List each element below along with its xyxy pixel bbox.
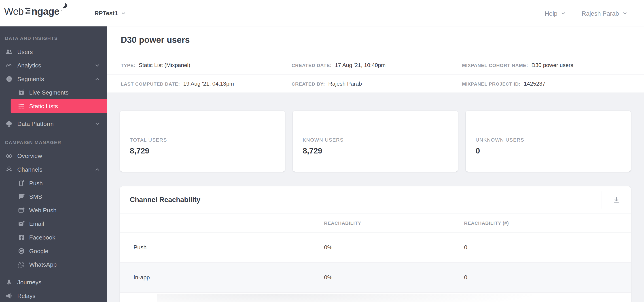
- sidebar-item-label: Analytics: [17, 62, 41, 68]
- sidebar-subgroup: Live SegmentsStatic Lists: [0, 86, 107, 113]
- overview-icon: [5, 152, 13, 160]
- sidebar-item-label: Static Lists: [29, 103, 58, 109]
- sidebar-item-static-lists[interactable]: Static Lists: [11, 99, 107, 113]
- help-menu[interactable]: Help: [545, 10, 566, 17]
- meta-field-mixpanel-cohort-name-: MIXPANEL COHORT NAME:D30 power users: [462, 62, 644, 68]
- sidebar-item-whatsapp[interactable]: WhatsApp: [0, 258, 107, 271]
- meta-label: MIXPANEL COHORT NAME:: [462, 63, 528, 68]
- sidebar-item-data-platform[interactable]: Data Platform: [0, 117, 107, 131]
- sidebar-item-label: Live Segments: [29, 89, 68, 96]
- sidebar-subgroup: PushSMSWeb PushEmailFacebookGoogleWhatsA…: [0, 176, 107, 271]
- sidebar-section: CAMPAIGN MANAGEROverviewChannelsPushSMSW…: [0, 135, 107, 302]
- sidebar-item-label: Relays: [17, 292, 35, 299]
- main-content: D30 power users TYPE:Static List (Mixpan…: [107, 27, 644, 302]
- user-name: Rajesh Parab: [582, 10, 619, 17]
- table-body: Push0%0In-app0%0: [120, 233, 631, 292]
- segment-metadata: TYPE:Static List (Mixpanel)CREATED DATE:…: [107, 56, 644, 92]
- meta-field-last-computed-date-: LAST COMPUTED DATE:19 Aug '21, 04:13pm: [121, 80, 292, 87]
- analytics-icon: [5, 61, 13, 69]
- google-icon: [17, 247, 26, 255]
- stat-label: UNKNOWN USERS: [476, 137, 631, 143]
- table-partial-row: [120, 292, 631, 302]
- sidebar-item-channels[interactable]: Channels: [0, 163, 107, 176]
- sidebar-item-label: Overview: [17, 153, 42, 159]
- stat-value: 0: [476, 146, 631, 156]
- stat-label: KNOWN USERS: [303, 137, 458, 143]
- sidebar-section-title: DATA AND INSIGHTS: [0, 31, 107, 45]
- chevron-down-icon: [94, 62, 100, 68]
- chevron-down-icon: [560, 11, 566, 16]
- sidebar-item-users[interactable]: Users: [0, 45, 107, 59]
- journeys-icon: [5, 278, 13, 286]
- sidebar-item-label: Channels: [17, 166, 42, 173]
- sidebar-item-label: Users: [17, 48, 33, 55]
- email-icon: [17, 220, 26, 228]
- meta-value: 17 Aug '21, 10:40pm: [335, 62, 386, 68]
- sidebar-item-web-push[interactable]: Web Push: [0, 203, 107, 217]
- sidebar-item-relays[interactable]: Relays: [0, 289, 107, 302]
- page-title: D30 power users: [121, 35, 644, 45]
- logo-text-engage: ngage: [31, 5, 59, 18]
- meta-field-created-by-: CREATED BY:Rajesh Parab: [292, 80, 462, 87]
- whatsapp-icon: [17, 260, 26, 269]
- facebook-icon: [17, 233, 26, 241]
- chevron-down-icon: [121, 11, 126, 16]
- channel-reachability-panel: Channel Reachability REACHABILITY REACHA…: [120, 186, 631, 302]
- stat-card-known-users: KNOWN USERS8,729: [293, 111, 458, 172]
- sidebar-item-analytics[interactable]: Analytics: [0, 59, 107, 72]
- sidebar-item-email[interactable]: Email: [0, 217, 107, 231]
- sidebar-item-label: Segments: [17, 76, 44, 82]
- cell-reachability: 0%: [324, 244, 464, 250]
- sidebar-item-journeys[interactable]: Journeys: [0, 275, 107, 289]
- sidebar: DATA AND INSIGHTSUsersAnalyticsSegmentsL…: [0, 27, 107, 302]
- cell-reachability-count: 0: [464, 244, 631, 250]
- chevron-up-icon: [94, 167, 100, 172]
- sidebar-item-push[interactable]: Push: [0, 176, 107, 190]
- stat-label: TOTAL USERS: [130, 137, 285, 143]
- download-button[interactable]: [602, 186, 631, 214]
- sidebar-item-label: Data Platform: [17, 120, 54, 127]
- meta-row: TYPE:Static List (Mixpanel)CREATED DATE:…: [107, 56, 644, 75]
- live-segments-icon: [17, 88, 26, 97]
- sidebar-item-sms[interactable]: SMS: [0, 190, 107, 203]
- workspace-name: RPTest1: [94, 10, 118, 16]
- table-header-row: REACHABILITY REACHABILITY (#): [120, 214, 631, 232]
- sidebar-item-label: Journeys: [17, 279, 41, 285]
- static-lists-icon: [17, 102, 26, 110]
- stat-card-unknown-users: UNKNOWN USERS0: [466, 111, 631, 172]
- sidebar-item-overview[interactable]: Overview: [0, 149, 107, 163]
- sidebar-item-label: WhatsApp: [29, 261, 56, 267]
- webengage-logo[interactable]: Web ngage: [4, 5, 59, 18]
- sidebar-item-segments[interactable]: Segments: [0, 72, 107, 86]
- meta-value: 19 Aug '21, 04:13pm: [183, 80, 234, 87]
- sidebar-item-facebook[interactable]: Facebook: [0, 231, 107, 244]
- top-bar-right: Help Rajesh Parab: [545, 0, 628, 27]
- column-reachability-count: REACHABILITY (#): [464, 220, 631, 225]
- cell-reachability-count: 0: [464, 274, 631, 280]
- sidebar-item-google[interactable]: Google: [0, 244, 107, 258]
- table-row-in-app: In-app0%0: [120, 263, 631, 292]
- cell-reachability: 0%: [324, 274, 464, 280]
- user-menu[interactable]: Rajesh Parab: [582, 10, 628, 17]
- top-bar: Web ngage RPTest1: [0, 0, 644, 27]
- meta-label: CREATED DATE:: [292, 63, 332, 68]
- app: Web ngage RPTest1: [0, 0, 644, 302]
- sidebar-item-live-segments[interactable]: Live Segments: [0, 86, 107, 99]
- meta-label: TYPE:: [121, 63, 136, 68]
- cell-channel: Push: [134, 244, 324, 250]
- chevron-down-icon: [94, 121, 100, 126]
- cell-channel: In-app: [134, 274, 324, 280]
- meta-field-type-: TYPE:Static List (Mixpanel): [121, 62, 292, 68]
- download-icon: [612, 196, 621, 204]
- stat-card-total-users: TOTAL USERS8,729: [120, 111, 285, 172]
- panel-actions: [602, 186, 631, 214]
- stat-value: 8,729: [130, 146, 285, 156]
- sidebar-item-label: Email: [29, 220, 44, 227]
- workspace-switcher[interactable]: RPTest1: [94, 0, 126, 27]
- logo-arrows-icon: [24, 8, 31, 16]
- stat-value: 8,729: [303, 146, 458, 156]
- meta-value: Static List (Mixpanel): [139, 62, 190, 68]
- sms-icon: [17, 193, 26, 201]
- panel-header: Channel Reachability: [120, 186, 631, 214]
- meta-row: LAST COMPUTED DATE:19 Aug '21, 04:13pmCR…: [107, 74, 644, 92]
